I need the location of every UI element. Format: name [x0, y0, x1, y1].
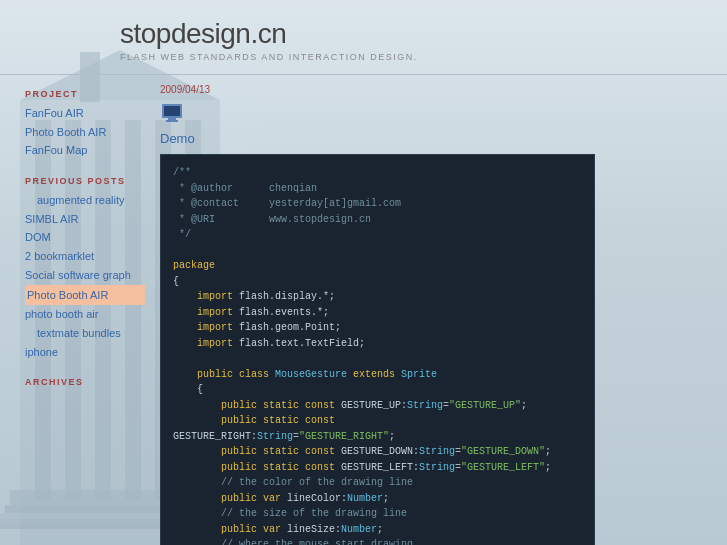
code-import-4: import flash.text.TextField; [173, 336, 582, 352]
sidebar-link-2-bookmarklet[interactable]: 2 bookmarklet [25, 247, 145, 266]
sidebar-link-fanfou-map[interactable]: FanFou Map [25, 141, 145, 160]
code-class-decl: public class MouseGesture extends Sprite [173, 367, 582, 383]
code-block: /** * @author chenqian * @contact yester… [160, 154, 595, 545]
code-import-3: import flash.geom.Point; [173, 320, 582, 336]
svg-rect-17 [168, 118, 176, 120]
sidebar-link-textmate[interactable]: textmate bundles [25, 324, 145, 343]
code-comment-mouse: // where the mouse start drawing [173, 537, 582, 545]
code-const-2b: GESTURE_RIGHT:String="GESTURE_RIGHT"; [173, 429, 582, 445]
sidebar-link-iphone[interactable]: iphone [25, 343, 145, 362]
archives-section: ARCHIVES [25, 377, 145, 387]
previous-posts-title: PREVIOUS POSTS [25, 176, 145, 186]
code-blank-2 [173, 351, 582, 367]
code-comment-2: * @author chenqian [173, 181, 582, 197]
code-comment-4: * @URI www.stopdesign.cn [173, 212, 582, 228]
code-const-4: public static const GESTURE_LEFT:String=… [173, 460, 582, 476]
code-blank-1 [173, 243, 582, 259]
sidebar: PROJECT FanFou AIR Photo Booth AIR FanFo… [10, 79, 155, 545]
main-content: 2009/04/13 Demo /** * @author chenqian *… [155, 79, 727, 545]
sidebar-link-fanfou-air[interactable]: FanFou AIR [25, 104, 145, 123]
site-title: stopdesign.cn [120, 18, 727, 50]
code-comment-color: // the color of the drawing line [173, 475, 582, 491]
sidebar-link-social-software[interactable]: Social software graph [25, 266, 145, 285]
svg-rect-16 [164, 106, 180, 116]
project-section-title: PROJECT [25, 89, 145, 99]
svg-rect-18 [166, 120, 178, 122]
sidebar-link-dom[interactable]: DOM [25, 228, 145, 247]
site-tagline: FLASH WEB STANDARDS AND INTERACTION DESI… [120, 52, 727, 62]
content-area: PROJECT FanFou AIR Photo Booth AIR FanFo… [0, 79, 727, 545]
code-const-3: public static const GESTURE_DOWN:String=… [173, 444, 582, 460]
code-brace-open: { [173, 274, 582, 290]
site-header: stopdesign.cn FLASH WEB STANDARDS AND IN… [0, 0, 727, 70]
sidebar-link-photo-booth-air[interactable]: Photo Booth AIR [25, 123, 145, 142]
sidebar-link-simbl-air[interactable]: SIMBL AIR [25, 210, 145, 229]
code-comment-1: /** [173, 165, 582, 181]
code-import-2: import flash.events.*; [173, 305, 582, 321]
post-icon [160, 100, 184, 122]
demo-link[interactable]: Demo [160, 131, 717, 146]
code-comment-5: */ [173, 227, 582, 243]
code-const-1: public static const GESTURE_UP:String="G… [173, 398, 582, 414]
sidebar-link-photo-booth-air-3[interactable]: photo booth air [25, 305, 145, 324]
header-divider [0, 74, 727, 75]
sidebar-link-augmented-reality[interactable]: augmented reality [25, 191, 145, 210]
code-import-1: import flash.display.*; [173, 289, 582, 305]
code-package: package [173, 258, 582, 274]
sidebar-link-photo-booth-air-2[interactable]: Photo Booth AIR [25, 285, 145, 306]
project-section: PROJECT FanFou AIR Photo Booth AIR FanFo… [25, 89, 145, 160]
archives-title: ARCHIVES [25, 377, 145, 387]
previous-posts-section: PREVIOUS POSTS augmented reality SIMBL A… [25, 176, 145, 361]
code-comment-size: // the size of the drawing line [173, 506, 582, 522]
code-class-brace: { [173, 382, 582, 398]
code-comment-3: * @contact yesterday[at]gmail.com [173, 196, 582, 212]
code-var-2: public var lineSize:Number; [173, 522, 582, 538]
code-var-1: public var lineColor:Number; [173, 491, 582, 507]
post-thumbnail [160, 100, 717, 126]
code-const-2: public static const [173, 413, 582, 429]
post-date: 2009/04/13 [160, 84, 717, 95]
